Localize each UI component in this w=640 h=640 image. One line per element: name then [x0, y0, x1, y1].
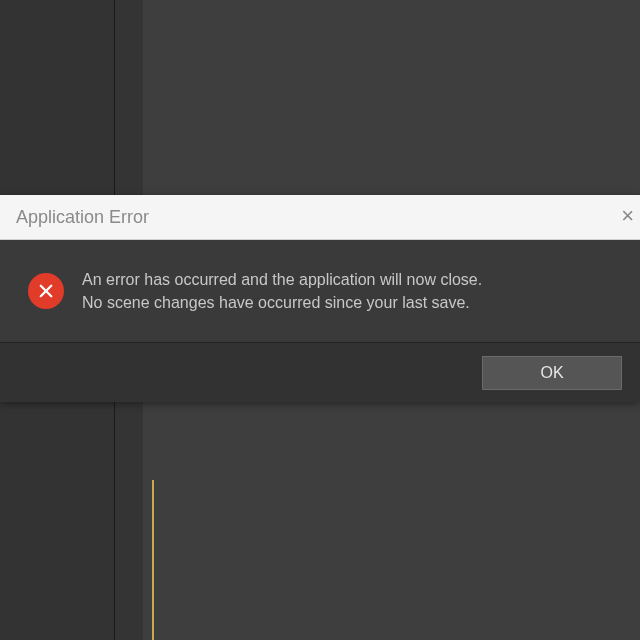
timeline-marker [152, 480, 154, 640]
dialog-message: An error has occurred and the applicatio… [82, 268, 482, 314]
error-x-icon [28, 273, 64, 309]
dialog-title: Application Error [16, 207, 149, 228]
dialog-button-row: OK [0, 342, 640, 402]
message-line-1: An error has occurred and the applicatio… [82, 268, 482, 291]
ok-button[interactable]: OK [482, 356, 622, 390]
dialog-titlebar: Application Error × [0, 195, 640, 240]
error-dialog: Application Error × An error has occurre… [0, 195, 640, 402]
close-icon[interactable]: × [621, 203, 634, 229]
dialog-content: An error has occurred and the applicatio… [0, 240, 640, 342]
message-line-2: No scene changes have occurred since you… [82, 291, 482, 314]
